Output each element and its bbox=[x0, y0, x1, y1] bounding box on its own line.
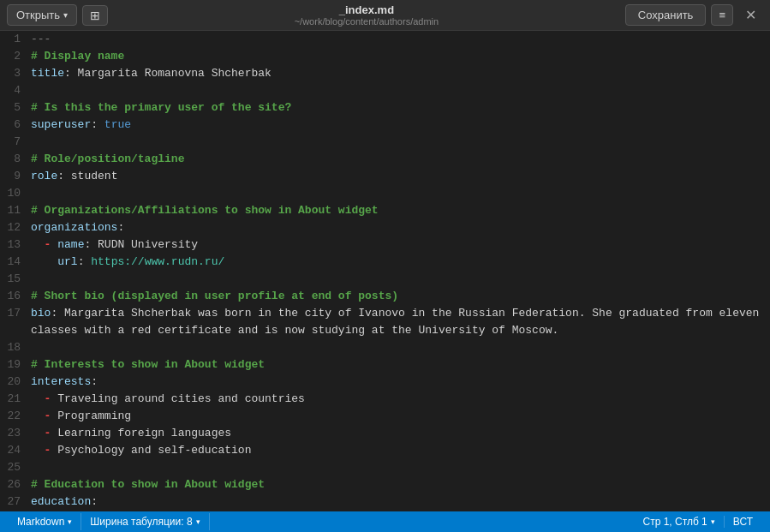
line-content[interactable]: - Traveling around cities and countries bbox=[31, 391, 770, 408]
token: https://www.rudn.ru/ bbox=[91, 255, 224, 268]
line-number: 12 bbox=[0, 219, 31, 236]
statusbar-right-group: Стр 1, Стлб 1 ▾ ВСТ bbox=[635, 516, 762, 528]
line-content[interactable]: role: student bbox=[31, 168, 770, 185]
close-button[interactable]: ✕ bbox=[738, 3, 763, 27]
token: superuser bbox=[31, 118, 91, 131]
token: --- bbox=[31, 33, 51, 45]
editor-line: 13 - name: RUDN University bbox=[0, 236, 770, 254]
editor-line: 7 bbox=[0, 134, 770, 151]
statusbar-position[interactable]: Стр 1, Стлб 1 ▾ bbox=[635, 516, 725, 528]
line-content[interactable]: - name: RUDN University bbox=[31, 236, 770, 254]
toolbar: Открыть ▾ ⊞ _index.md ~/work/blog/conten… bbox=[0, 0, 770, 31]
editor-line: 22 - Programming bbox=[0, 408, 770, 425]
line-number: 20 bbox=[0, 374, 31, 391]
tabwidth-chevron-icon: ▾ bbox=[196, 517, 200, 526]
statusbar-tabwidth[interactable]: Ширина табуляции: 8 ▾ bbox=[81, 513, 209, 530]
line-content[interactable]: - Psychology and self-education bbox=[31, 442, 770, 459]
line-number: 23 bbox=[0, 425, 31, 442]
line-number: 18 bbox=[0, 339, 31, 356]
open-chevron-icon: ▾ bbox=[63, 10, 68, 20]
token bbox=[31, 444, 45, 457]
position-label: Стр 1, Стлб 1 bbox=[643, 516, 707, 528]
line-number: 5 bbox=[0, 99, 31, 117]
token bbox=[31, 409, 45, 422]
line-number: 17 bbox=[0, 305, 31, 322]
line-number: 13 bbox=[0, 236, 31, 254]
line-content[interactable]: interests: bbox=[31, 374, 770, 391]
token: Learning foreign languages bbox=[51, 427, 231, 439]
line-content[interactable]: # Is this the primary user of the site? bbox=[31, 99, 770, 117]
editor-line: 27education: bbox=[0, 493, 770, 511]
line-content[interactable]: - Programming bbox=[31, 408, 770, 425]
line-content[interactable]: bio: Margarita Shcherbak was born in the… bbox=[31, 305, 770, 339]
line-content[interactable]: # Display name bbox=[31, 48, 770, 65]
save-button[interactable]: Сохранить bbox=[625, 4, 707, 26]
editor-line: 12organizations: bbox=[0, 219, 770, 236]
line-content[interactable]: --- bbox=[31, 31, 770, 48]
token: : bbox=[91, 375, 98, 388]
line-content[interactable]: title: Margarita Romanovna Shcherbak bbox=[31, 65, 770, 82]
line-number: 21 bbox=[0, 391, 31, 408]
line-number: 19 bbox=[0, 356, 31, 374]
line-number: 14 bbox=[0, 254, 31, 271]
editor-line: 5# Is this the primary user of the site? bbox=[0, 99, 770, 117]
token: education bbox=[31, 495, 91, 508]
editor-line: 4 bbox=[0, 82, 770, 99]
editor-line: 10 bbox=[0, 185, 770, 202]
line-number: 16 bbox=[0, 288, 31, 305]
line-content[interactable]: education: bbox=[31, 493, 770, 511]
line-number: 1 bbox=[0, 31, 31, 48]
editor-line: 8# Role/position/tagline bbox=[0, 151, 770, 168]
line-number: 15 bbox=[0, 271, 31, 288]
line-content[interactable]: # Short bio (displayed in user profile a… bbox=[31, 288, 770, 305]
token: # Short bio (displayed in user profile a… bbox=[31, 290, 398, 302]
token bbox=[31, 427, 45, 439]
statusbar: Markdown ▾ Ширина табуляции: 8 ▾ Стр 1, … bbox=[0, 511, 770, 532]
position-chevron-icon: ▾ bbox=[711, 517, 715, 526]
token: : student bbox=[57, 170, 117, 182]
token: true bbox=[104, 118, 131, 131]
statusbar-mode[interactable]: Markdown ▾ bbox=[9, 513, 81, 530]
token: : Margarita Romanovna Shcherbak bbox=[64, 67, 272, 80]
token: : bbox=[91, 118, 104, 131]
token: Traveling around cities and countries bbox=[51, 392, 304, 405]
line-content[interactable]: superuser: true bbox=[31, 117, 770, 134]
editor-content: 1---2# Display name3title: Margarita Rom… bbox=[0, 31, 770, 511]
token bbox=[31, 238, 45, 251]
editor-line: 16# Short bio (displayed in user profile… bbox=[0, 288, 770, 305]
line-content[interactable]: # Role/position/tagline bbox=[31, 151, 770, 168]
editor-line: 6superuser: true bbox=[0, 117, 770, 134]
token: # Is this the primary user of the site? bbox=[31, 101, 291, 114]
editor-line: 2# Display name bbox=[0, 48, 770, 65]
editor-line: 19# Interests to show in About widget bbox=[0, 356, 770, 374]
file-title: _index.md bbox=[339, 3, 394, 16]
line-number: 4 bbox=[0, 82, 31, 99]
editor-line: 26# Education to show in About widget bbox=[0, 476, 770, 493]
open-button[interactable]: Открыть ▾ bbox=[7, 4, 77, 26]
line-number: 2 bbox=[0, 48, 31, 65]
editor-line: 23 - Learning foreign languages bbox=[0, 425, 770, 442]
mode-chevron-icon: ▾ bbox=[68, 517, 72, 526]
line-number: 10 bbox=[0, 185, 31, 202]
menu-button[interactable]: ≡ bbox=[711, 4, 733, 26]
line-content[interactable]: url: https://www.rudn.ru/ bbox=[31, 254, 770, 271]
line-number: 6 bbox=[0, 117, 31, 134]
token: url bbox=[57, 255, 77, 268]
file-path: ~/work/blog/content/authors/admin bbox=[295, 16, 439, 27]
editor-line: 25 bbox=[0, 459, 770, 476]
toolbar-left: Открыть ▾ ⊞ bbox=[7, 4, 108, 26]
line-content[interactable]: organizations: bbox=[31, 219, 770, 236]
new-file-button[interactable]: ⊞ bbox=[82, 5, 108, 26]
editor[interactable]: 1---2# Display name3title: Margarita Rom… bbox=[0, 31, 770, 511]
editor-line: 15 bbox=[0, 271, 770, 288]
editor-line: 9role: student bbox=[0, 168, 770, 185]
line-content[interactable]: # Organizations/Affiliations to show in … bbox=[31, 202, 770, 219]
token: : bbox=[117, 221, 124, 234]
line-number: 8 bbox=[0, 151, 31, 168]
line-content[interactable]: # Interests to show in About widget bbox=[31, 356, 770, 374]
token: # Role/position/tagline bbox=[31, 152, 184, 165]
statusbar-encoding[interactable]: ВСТ bbox=[725, 516, 761, 528]
line-content[interactable]: # Education to show in About widget bbox=[31, 476, 770, 493]
token: # Organizations/Affiliations to show in … bbox=[31, 204, 379, 217]
line-content[interactable]: - Learning foreign languages bbox=[31, 425, 770, 442]
